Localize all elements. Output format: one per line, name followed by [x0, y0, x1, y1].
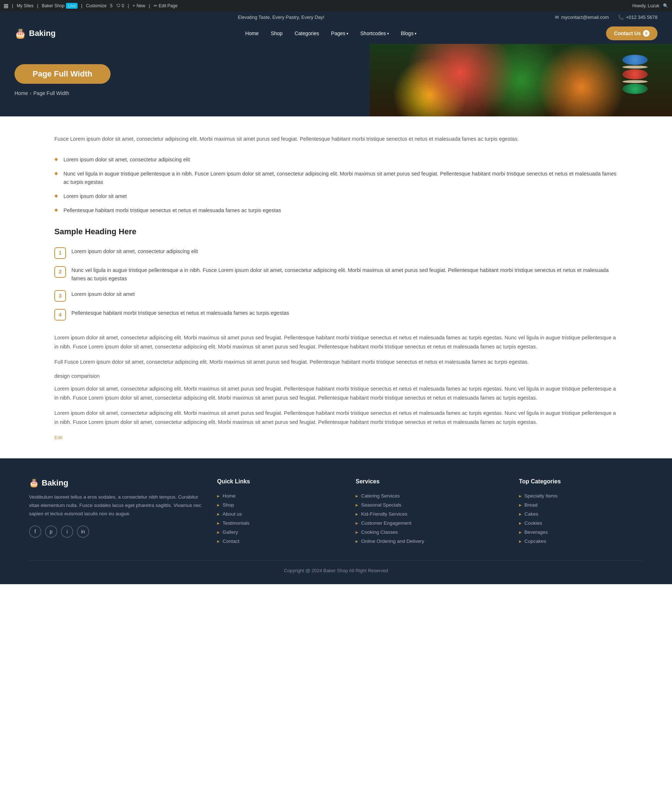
breadcrumb-current: Page Full Width: [33, 90, 69, 96]
page-title: Page Full Width: [15, 64, 111, 84]
breadcrumb-home[interactable]: Home: [15, 90, 28, 96]
admin-bar: ⊞ | My Sites | Baker Shop Live | Customi…: [0, 0, 672, 12]
wp-icon[interactable]: ⊞: [3, 3, 8, 10]
hero-content: Page Full Width Home › Page Full Width: [0, 46, 672, 114]
baker-shop-item[interactable]: Baker Shop Live: [42, 3, 77, 9]
howdy-text: Howdy, Luzuk: [633, 3, 659, 8]
footer-logo: 🎂 Baking: [29, 478, 203, 488]
breadcrumb-sep: ›: [30, 90, 31, 96]
footer-desc: Vestibulum laoreet tellus a eros sodales…: [29, 493, 203, 518]
main-content: Fusce Lorem ipsum dolor sit amet, consec…: [0, 117, 672, 458]
body-text-1: Lorem ipsum dolor sit amet, consectetur …: [54, 333, 618, 351]
hero-banner: Page Full Width Home › Page Full Width: [0, 44, 672, 117]
footer-cat-cupcakes[interactable]: Cupcakes: [519, 537, 643, 546]
footer-link-gallery[interactable]: Gallery: [217, 527, 341, 537]
numbered-text: Nunc vel ligula in augue tristique pelle…: [71, 266, 618, 283]
customize-item[interactable]: Customize: [86, 3, 107, 8]
footer-logo-icon: 🎂: [29, 478, 39, 488]
numbered-text: Lorem ipsum dolor sit amet: [71, 290, 135, 299]
quick-links-list: Home Shop About us Testimonials Gallery …: [217, 491, 341, 546]
footer-link-shop[interactable]: Shop: [217, 500, 341, 509]
quick-links-heading: Quick Links: [217, 478, 341, 485]
numbered-item: 2 Nunc vel ligula in augue tristique pel…: [54, 263, 618, 286]
numbered-item: 1 Lorem ipsum dolor sit amet, consectetu…: [54, 244, 618, 263]
numbered-text: Lorem ipsum dolor sit amet, consectetur …: [71, 247, 198, 256]
body-text-2: Full Fusce Lorem ipsum dolor sit amet, c…: [54, 358, 618, 366]
bullet-item: Pellentesque habitant morbi tristique se…: [54, 204, 618, 218]
numbered-text: Pellentesque habitant morbi tristique se…: [71, 309, 289, 317]
new-item[interactable]: + New: [133, 3, 145, 8]
services-heading: Services: [356, 478, 505, 485]
footer-categories-col: Top Categories Specialty Items Bread Cak…: [519, 478, 643, 546]
linkedin-icon[interactable]: in: [77, 526, 89, 538]
nav-shortcodes[interactable]: Shortcodes: [355, 28, 394, 39]
footer-service-seasonal[interactable]: Seasonal Specials: [356, 500, 505, 509]
body-text-4: Lorem ipsum dolor sit amet, consectetur …: [54, 409, 618, 426]
nav-home[interactable]: Home: [240, 28, 264, 39]
footer-cat-cookies[interactable]: Cookies: [519, 519, 643, 527]
footer-services-col: Services Catering Services Seasonal Spec…: [356, 478, 505, 546]
footer-grid: 🎂 Baking Vestibulum laoreet tellus a ero…: [29, 478, 643, 546]
footer-copyright: Copyright @ 2024 Baker Shop All Right Re…: [29, 560, 643, 573]
edit-link[interactable]: Edit: [54, 435, 62, 440]
footer-link-about[interactable]: About us: [217, 509, 341, 519]
number-badge: 4: [54, 309, 66, 320]
live-badge: Live: [66, 3, 77, 9]
instagram-icon[interactable]: i: [61, 526, 73, 538]
intro-text: Fusce Lorem ipsum dolor sit amet, consec…: [54, 135, 618, 144]
footer-logo-text: Baking: [42, 478, 68, 488]
footer-service-catering[interactable]: Catering Services: [356, 491, 505, 500]
footer-cat-bread[interactable]: Bread: [519, 500, 643, 509]
contact-badge: 0: [643, 30, 649, 37]
phone-contact: 📞 +012 345 5678: [618, 15, 657, 20]
logo-icon: 🎂: [15, 28, 26, 39]
footer-service-online[interactable]: Online Ordering and Delivery: [356, 537, 505, 546]
search-icon[interactable]: 🔍: [663, 3, 669, 8]
footer-cat-beverages[interactable]: Beverages: [519, 527, 643, 537]
footer-link-testimonials[interactable]: Testimonials: [217, 519, 341, 527]
footer-quick-links-col: Quick Links Home Shop About us Testimoni…: [217, 478, 341, 546]
my-sites[interactable]: My Sites: [17, 3, 33, 8]
number-badge: 1: [54, 247, 66, 259]
numbered-item: 4 Pellentesque habitant morbi tristique …: [54, 305, 618, 324]
contact-info: ✉ mycontact@email.com 📞 +012 345 5678: [555, 15, 657, 20]
numbered-list: 1 Lorem ipsum dolor sit amet, consectetu…: [54, 244, 618, 324]
site-logo[interactable]: 🎂 Baking: [15, 28, 56, 39]
main-nav: Home Shop Categories Pages Shortcodes Bl…: [240, 28, 421, 39]
tagline: Elevating Taste, Every Pastry, Every Day…: [15, 15, 548, 20]
bullet-item: Nunc vel ligula in augue tristique pelle…: [54, 167, 618, 189]
numbered-item: 3 Lorem ipsum dolor sit amet: [54, 286, 618, 305]
footer-service-kid-friendly[interactable]: Kid-Friendly Services: [356, 509, 505, 519]
footer-cat-specialty[interactable]: Specialty Items: [519, 491, 643, 500]
pinterest-icon[interactable]: p: [45, 526, 57, 538]
footer-service-cooking[interactable]: Cooking Classes: [356, 527, 505, 537]
top-info-bar: Elevating Taste, Every Pastry, Every Day…: [0, 12, 672, 23]
breadcrumb: Home › Page Full Width: [15, 90, 657, 96]
site-header: 🎂 Baking Home Shop Categories Pages Shor…: [0, 23, 672, 44]
footer-brand-col: 🎂 Baking Vestibulum laoreet tellus a ero…: [29, 478, 203, 546]
top-categories-heading: Top Categories: [519, 478, 643, 485]
site-footer: 🎂 Baking Vestibulum laoreet tellus a ero…: [0, 458, 672, 584]
nav-categories[interactable]: Categories: [290, 28, 325, 39]
bullet-item: Lorem ipsum dolor sit amet, consectetur …: [54, 153, 618, 167]
sample-heading: Sample Heading Here: [54, 227, 618, 237]
footer-socials: f p i in: [29, 526, 203, 538]
design-comparison-label: design comparision: [54, 373, 618, 379]
services-list: Catering Services Seasonal Specials Kid-…: [356, 491, 505, 546]
categories-list: Specialty Items Bread Cakes Cookies Beve…: [519, 491, 643, 546]
logo-text: Baking: [29, 29, 56, 38]
email-contact: ✉ mycontact@email.com: [555, 15, 609, 20]
footer-link-home[interactable]: Home: [217, 491, 341, 500]
nav-shop[interactable]: Shop: [266, 28, 288, 39]
edit-page-item[interactable]: ✏ Edit Page: [154, 3, 178, 8]
footer-service-customer[interactable]: Customer Engagement: [356, 519, 505, 527]
nav-pages[interactable]: Pages: [326, 28, 353, 39]
footer-cat-cakes[interactable]: Cakes: [519, 509, 643, 519]
facebook-icon[interactable]: f: [29, 526, 41, 538]
footer-link-contact[interactable]: Contact: [217, 537, 341, 546]
bullet-list: Lorem ipsum dolor sit amet, consectetur …: [54, 153, 618, 218]
nav-blogs[interactable]: Blogs: [396, 28, 421, 39]
contact-us-button[interactable]: Contact Us 0: [606, 26, 657, 40]
number-badge: 2: [54, 266, 66, 278]
number-badge: 3: [54, 290, 66, 302]
